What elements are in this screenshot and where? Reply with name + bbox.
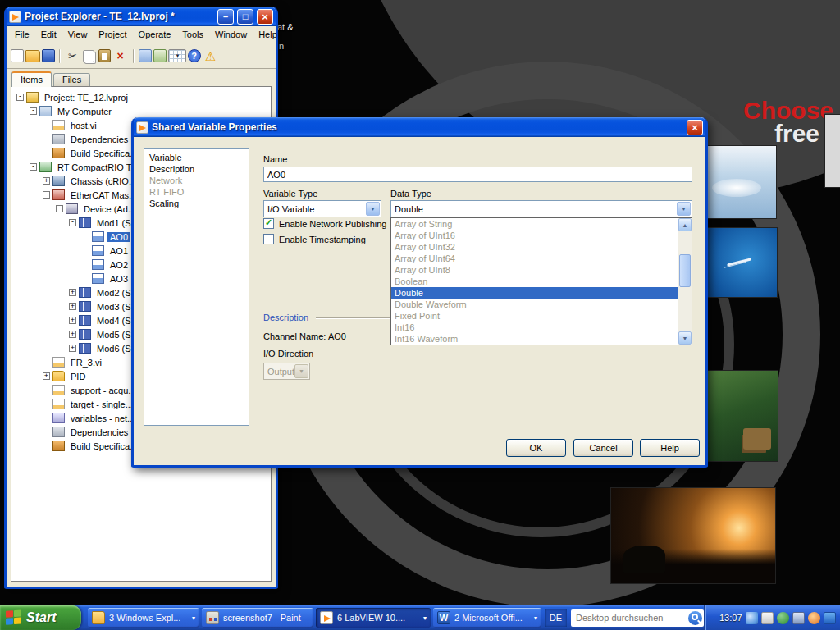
data-type-option[interactable]: Array of String xyxy=(391,218,678,230)
dialog-title-bar[interactable]: Shared Variable Properties × xyxy=(134,117,705,137)
category-description[interactable]: Description xyxy=(145,163,248,175)
dropdown-arrow-icon[interactable]: ▼ xyxy=(677,202,691,216)
tree-expander-icon[interactable] xyxy=(30,163,37,171)
undeploy-icon[interactable] xyxy=(139,49,152,62)
data-type-option[interactable]: Double xyxy=(391,287,678,299)
category-scaling[interactable]: Scaling xyxy=(145,198,248,209)
tray-messenger-icon[interactable] xyxy=(824,612,836,624)
minimize-button[interactable]: – xyxy=(217,9,234,25)
menu-item[interactable]: Edit xyxy=(35,27,62,42)
scroll-up-icon[interactable]: ▲ xyxy=(678,218,692,231)
save-icon[interactable] xyxy=(42,49,55,62)
taskbar-button-windows-explorer[interactable]: 3 Windows Expl... ▾ xyxy=(88,608,199,628)
help-icon[interactable]: ? xyxy=(188,49,201,62)
delete-icon[interactable]: × xyxy=(112,48,129,63)
tree-item-icon xyxy=(52,148,65,158)
tree-item-label: EtherCAT Mas... xyxy=(68,190,139,200)
deploy-icon[interactable] xyxy=(153,49,167,62)
help-button[interactable]: Help xyxy=(640,439,700,457)
cancel-button[interactable]: Cancel xyxy=(573,439,633,457)
tree-expander-icon[interactable] xyxy=(43,191,50,199)
cut-icon[interactable]: ✂ xyxy=(65,48,81,63)
menu-item[interactable]: Help xyxy=(253,27,283,42)
tray-update-icon[interactable] xyxy=(761,612,774,624)
title-bar[interactable]: Project Explorer - TE_12.lvproj * – □ × xyxy=(7,7,276,26)
dropdown-arrow-icon[interactable]: ▼ xyxy=(366,202,380,216)
language-indicator[interactable]: DE xyxy=(545,609,567,627)
category-network[interactable]: Network xyxy=(145,175,248,186)
wallpaper-photo-jungle xyxy=(699,371,778,461)
data-type-option[interactable]: Int16 xyxy=(391,322,678,333)
enable-timestamping-checkbox[interactable]: Enable Timestamping xyxy=(263,234,366,244)
data-type-option[interactable]: Array of UInt16 xyxy=(391,230,678,241)
tree-item-label: AO0 xyxy=(107,232,130,242)
tab-files[interactable]: Files xyxy=(53,73,90,87)
menu-item[interactable]: Project xyxy=(93,27,132,42)
tree-expander-icon[interactable] xyxy=(56,205,63,212)
scroll-down-icon[interactable]: ▼ xyxy=(678,331,692,345)
data-type-option[interactable]: Array of UInt64 xyxy=(391,253,678,264)
data-type-option[interactable]: Int16 Waveform xyxy=(391,333,678,345)
open-icon[interactable] xyxy=(25,50,40,62)
scrollbar-thumb[interactable] xyxy=(679,254,691,287)
search-input[interactable] xyxy=(576,613,686,623)
data-type-option[interactable]: Array of UInt8 xyxy=(391,264,678,276)
close-button[interactable]: × xyxy=(257,9,273,25)
data-type-option[interactable]: Double Waveform xyxy=(391,299,678,310)
taskbar-button-paint[interactable]: screenshot7 - Paint ▾ xyxy=(202,608,313,628)
tree-item-icon xyxy=(79,343,91,354)
desktop-search-box[interactable] xyxy=(571,609,704,627)
warning-icon[interactable]: ⚠ xyxy=(203,48,219,63)
checkbox-box[interactable]: ✓ xyxy=(263,218,274,229)
tree-item-label: target - single... xyxy=(68,399,135,409)
tree-expander-icon[interactable] xyxy=(69,289,76,296)
tree-item[interactable]: Project: TE_12.lvproj xyxy=(11,90,271,104)
data-type-option[interactable]: Fixed Point xyxy=(391,310,678,322)
data-type-combo[interactable]: Double ▼ xyxy=(390,200,692,217)
menu-item[interactable]: Operate xyxy=(133,27,177,42)
menu-item[interactable]: View xyxy=(62,27,94,42)
name-input[interactable] xyxy=(263,167,692,182)
target-view-icon[interactable]: ▾ xyxy=(168,49,186,62)
tree-expander-icon[interactable] xyxy=(30,107,37,115)
tree-expander-icon[interactable] xyxy=(43,177,50,185)
paste-icon[interactable] xyxy=(98,49,111,62)
taskbar-button-office[interactable]: W 2 Microsoft Offi... ▾ xyxy=(433,608,541,628)
tray-network-icon[interactable] xyxy=(746,612,758,624)
tree-item-icon xyxy=(66,203,78,214)
start-button-label: Start xyxy=(26,610,56,625)
dialog-close-button[interactable]: × xyxy=(687,120,703,135)
variable-type-value: I/O Variable xyxy=(267,204,381,214)
tree-expander-icon[interactable] xyxy=(69,219,76,226)
tree-expander-icon[interactable] xyxy=(43,372,50,380)
new-vi-icon[interactable] xyxy=(11,49,24,62)
dropdown-scrollbar[interactable]: ▲ ▼ xyxy=(678,218,692,345)
tree-expander-icon[interactable] xyxy=(69,331,76,338)
copy-icon[interactable] xyxy=(83,50,94,62)
menu-item[interactable]: Window xyxy=(209,27,253,42)
menu-item[interactable]: Tools xyxy=(176,27,209,42)
tree-item[interactable]: My Computer xyxy=(11,104,271,118)
data-type-option[interactable]: Array of UInt32 xyxy=(391,241,678,253)
data-type-option[interactable]: Boolean xyxy=(391,276,678,287)
variable-type-combo[interactable]: I/O Variable ▼ xyxy=(263,200,381,217)
menu-item[interactable]: File xyxy=(9,27,35,42)
tree-expander-icon[interactable] xyxy=(69,317,76,324)
tree-expander-icon[interactable] xyxy=(69,345,76,352)
start-button[interactable]: Start xyxy=(0,605,81,630)
tree-expander-icon[interactable] xyxy=(69,303,76,310)
tray-volume-icon[interactable] xyxy=(777,612,789,624)
category-rt-fifo[interactable]: RT FIFO xyxy=(145,186,248,198)
taskbar: Start 3 Windows Expl... ▾ screenshot7 - … xyxy=(0,605,840,630)
ok-button[interactable]: OK xyxy=(506,439,566,457)
category-variable[interactable]: Variable xyxy=(145,152,248,163)
enable-network-publishing-checkbox[interactable]: ✓ Enable Network Publishing xyxy=(263,218,386,229)
tray-antivirus-icon[interactable] xyxy=(808,612,820,624)
search-button[interactable] xyxy=(688,611,702,625)
tab-items[interactable]: Items xyxy=(11,71,52,87)
checkbox-box[interactable] xyxy=(263,234,274,244)
tray-display-icon[interactable] xyxy=(792,612,805,624)
maximize-button[interactable]: □ xyxy=(237,9,253,25)
tree-expander-icon[interactable] xyxy=(16,94,24,101)
taskbar-button-labview[interactable]: 6 LabVIEW 10.... ▾ xyxy=(316,608,431,628)
